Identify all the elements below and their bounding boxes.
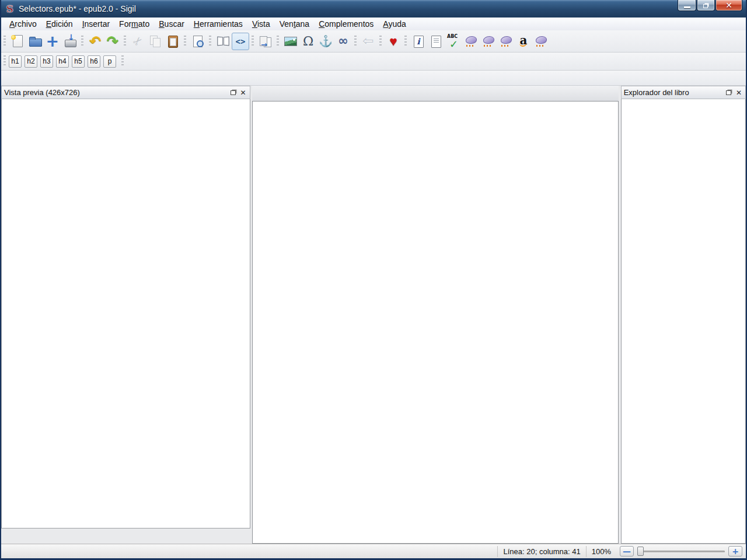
toc-button[interactable] [427,33,445,50]
link-icon [336,34,351,49]
code-view-icon [233,34,248,49]
toolbar-format: h1h2h3h4h5h6p [1,52,746,71]
copy-button[interactable] [146,33,164,50]
menu-archivo[interactable]: Archivo [5,18,41,30]
zoom-out-button[interactable]: — [620,546,634,556]
code-view-button[interactable] [232,33,249,50]
heading-h2-button[interactable]: h2 [25,55,37,68]
toolbar-drag-handle[interactable] [121,55,124,67]
menu-formato[interactable]: Formato [114,18,154,30]
preview-panel-title: Vista previa (426x726) [4,88,231,97]
toolbar-drag-handle[interactable] [81,36,83,47]
editor-tab-bar [252,86,619,101]
toolbar-drag-handle[interactable] [184,36,186,47]
plugin-4-icon [533,34,549,49]
menu-vista[interactable]: Vista [247,18,275,30]
heading-h5-button[interactable]: h5 [72,55,85,68]
toolbar-drag-handle[interactable] [4,36,6,47]
special-character-icon [301,34,316,49]
donate-button[interactable] [385,33,402,50]
image-button[interactable] [282,33,299,50]
title-bar: S Selectors.epub* - epub2.0 - Sigil ✕ [1,0,746,18]
float-panel-icon[interactable] [231,90,236,95]
donate-icon [386,34,401,49]
spellcheck-icon [446,34,461,49]
cut-button[interactable] [129,33,146,50]
plugin-2-button[interactable] [480,33,497,50]
save-button[interactable] [61,33,79,50]
open-button[interactable] [26,33,44,50]
book-view-icon [215,34,231,49]
zoom-in-button[interactable]: + [728,546,742,556]
close-panel-icon[interactable]: ✕ [736,89,742,96]
plugin-4-button[interactable] [532,33,550,50]
menu-complementos[interactable]: Complementos [314,18,378,30]
new-button[interactable] [9,33,26,50]
toolbar-drag-handle[interactable] [277,36,279,47]
zoom-slider-thumb[interactable] [637,547,644,556]
heading-h4-button[interactable]: h4 [56,55,69,68]
menu-buscar[interactable]: Buscar [154,18,189,30]
zoom-slider[interactable] [637,546,725,556]
menu-edicion[interactable]: Edición [41,18,78,30]
split-button[interactable] [257,33,274,50]
toolbar-drag-handle[interactable] [124,36,126,47]
redo-button[interactable] [104,33,121,50]
toolbar-drag-handle[interactable] [354,36,357,47]
main-area: Vista previa (426x726) ✕ Explorador del … [1,86,746,544]
image-icon [283,34,298,49]
menu-bar: ArchivoEdiciónInsertarFormatoBuscarHerra… [1,18,746,30]
toc-icon [428,34,444,49]
toolbar-drag-handle[interactable] [252,36,254,47]
paste-icon [165,34,180,49]
metadata-button[interactable] [410,33,427,50]
anchor-button[interactable] [317,33,334,50]
find-button[interactable] [189,33,207,50]
float-panel-icon[interactable] [726,90,731,95]
preview-tab-strip [1,528,250,544]
close-panel-icon[interactable]: ✕ [240,89,246,96]
restore-icon [703,4,708,8]
heading-p-button[interactable]: p [103,55,116,68]
toolbar-drag-handle[interactable] [4,55,6,67]
amazon-button[interactable] [515,33,532,50]
add-button[interactable] [44,33,61,50]
metadata-icon [411,34,426,49]
copy-icon [148,34,163,49]
menu-ayuda[interactable]: Ayuda [378,18,410,30]
spellcheck-button[interactable] [445,33,462,50]
plugin-3-button[interactable] [497,33,515,50]
undo-icon [88,34,103,49]
close-button[interactable]: ✕ [715,0,742,11]
heading-h1-button[interactable]: h1 [9,55,22,68]
book-browser-tree [621,99,746,544]
toolbar-drag-handle[interactable] [404,36,407,47]
cursor-position: Línea: 20; columna: 41 [497,546,585,557]
menu-insertar[interactable]: Insertar [78,18,114,30]
link-button[interactable] [334,33,352,50]
plugin-1-icon [463,34,479,49]
undo-button[interactable] [86,33,104,50]
code-editor[interactable] [252,101,619,544]
plugin-2-icon [481,34,496,49]
save-icon [62,34,78,49]
sigil-logo-icon: S [4,3,16,15]
menu-ventana[interactable]: Ventana [275,18,314,30]
special-character-button[interactable] [299,33,317,50]
plugin-1-button[interactable] [462,33,480,50]
code-editor-pane [252,86,619,544]
back-button[interactable] [359,33,377,50]
back-icon [361,34,376,49]
split-icon [258,34,273,49]
heading-h6-button[interactable]: h6 [88,55,100,68]
book-view-button[interactable] [214,33,232,50]
minimize-button[interactable] [678,0,696,11]
toolbar-drag-handle[interactable] [379,36,382,47]
window-controls: ✕ [677,0,742,11]
zoom-slider-track [637,551,725,552]
menu-herramientas[interactable]: Herramientas [189,18,247,30]
restore-button[interactable] [697,0,715,11]
toolbar-drag-handle[interactable] [209,36,211,47]
heading-h3-button[interactable]: h3 [40,55,53,68]
paste-button[interactable] [164,33,181,50]
